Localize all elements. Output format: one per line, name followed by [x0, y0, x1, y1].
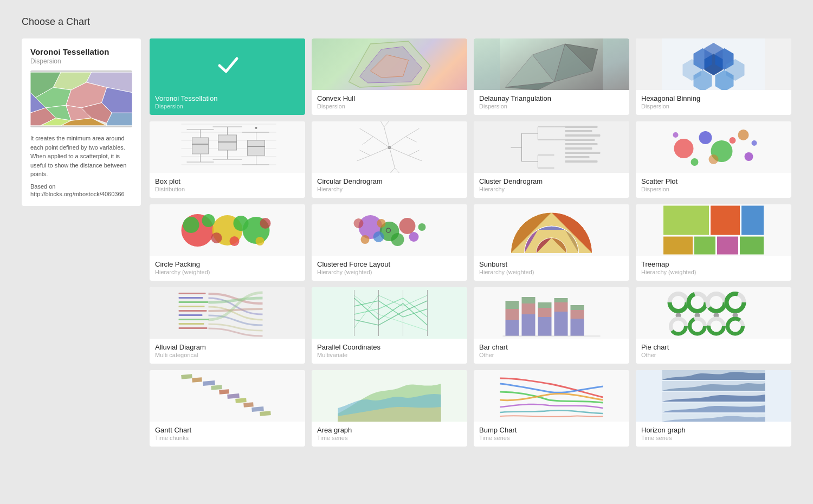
svg-rect-145	[179, 306, 205, 307]
card-title-circle-packing: Circle Packing	[155, 260, 300, 268]
thumb-force	[312, 204, 467, 256]
card-body-gantt: Gantt Chart Time chunks	[150, 422, 305, 447]
chart-card-delaunay[interactable]: Delaunay Triangulation Dispersion	[474, 38, 629, 115]
svg-rect-167	[554, 302, 568, 312]
chart-card-convex-hull[interactable]: Convex Hull Dispersion	[312, 38, 467, 115]
svg-rect-80	[565, 139, 595, 141]
card-sub-gantt: Time chunks	[155, 435, 300, 441]
card-title-area: Area graph	[317, 426, 462, 434]
svg-point-115	[211, 232, 222, 243]
card-title-bar: Bar chart	[479, 343, 624, 351]
card-body-boxplot: Box plot Distribution	[150, 173, 305, 198]
svg-rect-157	[506, 320, 519, 336]
chart-card-hexbin[interactable]: Hexagonal Binning Dispersion	[636, 38, 791, 115]
card-body-bump: Bump Chart Time series	[474, 422, 629, 447]
thumb-alluvial	[150, 287, 305, 339]
thumb-bar	[474, 287, 629, 339]
card-title-boxplot: Box plot	[155, 177, 300, 185]
svg-rect-83	[565, 152, 601, 154]
svg-rect-144	[179, 301, 209, 303]
thumb-horizon	[636, 370, 791, 422]
svg-point-104	[691, 158, 699, 166]
svg-rect-163	[538, 317, 552, 336]
svg-point-126	[361, 235, 370, 244]
thumb-sunburst	[474, 204, 629, 256]
card-sub-cluster-dendrogram: Hierarchy	[479, 186, 624, 192]
card-body-cluster-dendrogram: Cluster Dendrogram Hierarchy	[474, 173, 629, 198]
chart-card-circular-dendrogram[interactable]: Circular Dendrogram Hierarchy	[312, 121, 467, 198]
card-body-alluvial: Alluvial Diagram Multi categorical	[150, 339, 305, 364]
svg-rect-169	[571, 319, 584, 336]
card-sub-delaunay: Dispersion	[479, 103, 624, 109]
svg-rect-143	[179, 297, 203, 299]
chart-card-horizon[interactable]: Horizon graph Time series	[636, 370, 791, 447]
chart-card-pie[interactable]: Pie chart Other	[636, 287, 791, 364]
chart-card-alluvial[interactable]: Alluvial Diagram Multi categorical	[150, 287, 305, 364]
svg-rect-165	[538, 302, 552, 308]
card-title-pie: Pie chart	[641, 343, 786, 351]
card-body-circular-dendrogram: Circular Dendrogram Hierarchy	[312, 173, 467, 198]
chart-card-gantt[interactable]: Gantt Chart Time chunks	[150, 370, 305, 447]
chart-card-parallel[interactable]: Parallel Coordinates Multivariate	[312, 287, 467, 364]
svg-rect-79	[565, 134, 601, 137]
svg-point-124	[373, 231, 384, 242]
card-title-bump: Bump Chart	[479, 426, 624, 434]
card-sub-sunburst: Hierarchy (weighted)	[479, 269, 624, 275]
svg-rect-146	[179, 310, 207, 312]
svg-rect-142	[179, 293, 206, 294]
card-sub-bump: Time series	[479, 435, 624, 441]
chart-card-sunburst[interactable]: Sunburst Hierarchy (weighted)	[474, 204, 629, 281]
svg-rect-199	[219, 389, 229, 395]
detail-chart-category: Dispersion	[30, 57, 132, 65]
chart-card-cluster-dendrogram[interactable]: Cluster Dendrogram Hierarchy	[474, 121, 629, 198]
card-sub-alluvial: Multi categorical	[155, 352, 300, 358]
chart-card-voronoi[interactable]: Voronoi Tessellation Dispersion	[150, 38, 305, 115]
svg-point-129	[354, 218, 364, 228]
card-body-voronoi: Voronoi Tessellation Dispersion	[150, 90, 305, 115]
chart-card-scatter[interactable]: Scatter Plot Dispersion	[636, 121, 791, 198]
svg-rect-140	[740, 236, 764, 255]
card-body-delaunay: Delaunay Triangulation Dispersion	[474, 90, 629, 115]
svg-rect-206	[500, 370, 603, 422]
card-title-circular-dendrogram: Circular Dendrogram	[317, 177, 462, 185]
svg-point-128	[418, 223, 426, 231]
thumb-bump	[474, 370, 629, 422]
card-sub-scatter: Dispersion	[641, 186, 786, 192]
card-title-hexbin: Hexagonal Binning	[641, 94, 786, 102]
card-sub-circle-packing: Hierarchy (weighted)	[155, 269, 300, 275]
card-title-voronoi: Voronoi Tessellation	[155, 94, 300, 102]
thumb-circular	[312, 121, 467, 173]
svg-rect-149	[179, 323, 204, 325]
card-title-treemap: Treemap	[641, 260, 786, 268]
chart-card-bar[interactable]: Bar chart Other	[474, 287, 629, 364]
thumb-parallel	[312, 287, 467, 339]
svg-rect-202	[243, 402, 254, 408]
chart-card-force-layout[interactable]: Clustered Force Layout Hierarchy (weight…	[312, 204, 467, 281]
card-sub-horizon: Time series	[641, 435, 786, 441]
card-body-hexbin: Hexagonal Binning Dispersion	[636, 90, 791, 115]
card-body-horizon: Horizon graph Time series	[636, 422, 791, 447]
svg-point-118	[256, 237, 264, 245]
svg-rect-139	[717, 236, 739, 255]
svg-rect-147	[179, 314, 203, 316]
svg-point-113	[183, 217, 199, 233]
chart-card-area[interactable]: Area graph Time series	[312, 370, 467, 447]
chart-grid: Voronoi Tessellation Dispersion Convex H…	[150, 38, 791, 447]
svg-point-117	[260, 218, 271, 229]
card-sub-circular-dendrogram: Hierarchy	[317, 186, 462, 192]
card-body-bar: Bar chart Other	[474, 339, 629, 364]
main-layout: Voronoi Tessellation Dispersion	[22, 38, 791, 447]
chart-card-boxplot[interactable]: Box plot Distribution	[150, 121, 305, 198]
svg-rect-85	[565, 160, 598, 163]
card-sub-area: Time series	[317, 435, 462, 441]
card-body-sunburst: Sunburst Hierarchy (weighted)	[474, 256, 629, 281]
page-title: Choose a Chart	[22, 16, 791, 28]
svg-rect-162	[522, 297, 535, 303]
thumb-voronoi	[150, 38, 305, 90]
card-body-pie: Pie chart Other	[636, 339, 791, 364]
svg-rect-82	[565, 147, 592, 150]
svg-rect-41	[192, 138, 209, 154]
chart-card-treemap[interactable]: Treemap Hierarchy (weighted)	[636, 204, 791, 281]
chart-card-circle-packing[interactable]: Circle Packing Hierarchy (weighted)	[150, 204, 305, 281]
chart-card-bump[interactable]: Bump Chart Time series	[474, 370, 629, 447]
